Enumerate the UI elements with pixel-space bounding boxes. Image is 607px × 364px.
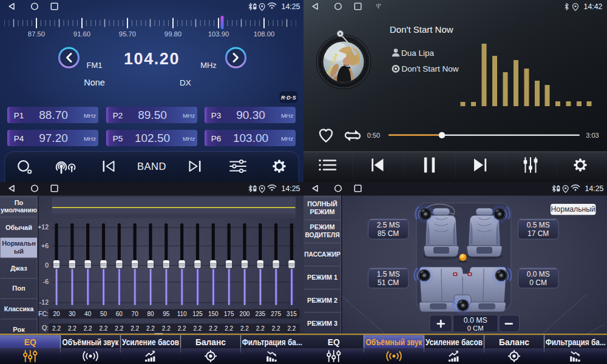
svg-text:FC:: FC:: [38, 310, 49, 317]
svg-text:2.2: 2.2: [256, 325, 265, 332]
svg-text:Классика: Классика: [4, 305, 34, 312]
svg-text:2.2: 2.2: [209, 325, 217, 332]
svg-text:РЕЖИМ 3: РЕЖИМ 3: [307, 320, 337, 327]
svg-text:175: 175: [224, 311, 234, 317]
svg-text:3:03: 3:03: [586, 132, 599, 139]
svg-text:108.00: 108.00: [254, 30, 275, 38]
svg-text:P3: P3: [211, 111, 222, 120]
svg-text:DX: DX: [180, 78, 191, 87]
svg-text:FM1: FM1: [87, 61, 103, 70]
svg-text:2.2: 2.2: [52, 325, 61, 332]
svg-text:Фильтрация ба...: Фильтрация ба...: [546, 338, 606, 347]
svg-text:MHz: MHz: [84, 112, 96, 119]
svg-text:+6: +6: [41, 242, 49, 249]
svg-text:2.2: 2.2: [162, 325, 171, 332]
svg-text:2.2: 2.2: [287, 325, 296, 332]
svg-text:2.2: 2.2: [131, 325, 139, 332]
svg-text:17 CM: 17 CM: [527, 229, 549, 238]
svg-text:95: 95: [163, 311, 170, 317]
svg-text:2.2: 2.2: [146, 325, 155, 332]
svg-text:P6: P6: [211, 134, 222, 143]
svg-text:30: 30: [69, 311, 76, 317]
svg-text:89.50: 89.50: [138, 109, 167, 121]
svg-text:110: 110: [177, 311, 187, 317]
svg-text:20: 20: [53, 311, 60, 317]
svg-text:2.2: 2.2: [178, 325, 186, 332]
svg-text:MHz: MHz: [281, 135, 293, 142]
svg-text:150: 150: [208, 311, 219, 317]
svg-text:103.90: 103.90: [208, 30, 229, 38]
svg-text:2.2: 2.2: [100, 325, 108, 332]
svg-text:Усиление басов: Усиление басов: [426, 338, 483, 347]
svg-text:2.2: 2.2: [272, 325, 280, 332]
svg-text:ВОДИТЕЛЯ: ВОДИТЕЛЯ: [305, 232, 340, 238]
svg-text:51 CM: 51 CM: [378, 278, 399, 287]
svg-text:Нормальн: Нормальн: [2, 240, 36, 247]
svg-text:Обычай: Обычай: [5, 224, 32, 231]
svg-text:MHz: MHz: [183, 112, 195, 119]
svg-text:MHz: MHz: [200, 61, 217, 70]
svg-text:0.0 MS: 0.0 MS: [464, 316, 487, 325]
svg-text:14:25: 14:25: [282, 2, 300, 11]
svg-text:ый: ый: [14, 248, 24, 255]
svg-text:Баланс: Баланс: [195, 338, 226, 347]
svg-text:200: 200: [240, 311, 250, 317]
svg-text:60: 60: [116, 311, 123, 317]
svg-text:Поп: Поп: [12, 285, 25, 292]
svg-text:95.70: 95.70: [119, 30, 136, 38]
svg-text:2.2: 2.2: [84, 325, 92, 332]
svg-text:99.80: 99.80: [164, 30, 181, 38]
svg-text:+12: +12: [38, 223, 49, 231]
svg-text:0.5 MS: 0.5 MS: [527, 221, 550, 229]
svg-text:MHz: MHz: [183, 135, 195, 142]
svg-text:104.20: 104.20: [124, 50, 180, 68]
svg-text:P2: P2: [113, 111, 123, 120]
svg-text:2.2: 2.2: [240, 325, 249, 332]
svg-text:None: None: [84, 78, 105, 87]
svg-text:Фильтрация ба...: Фильтрация ба...: [242, 338, 302, 347]
svg-text:Баланс: Баланс: [499, 338, 529, 347]
svg-text:315: 315: [287, 311, 297, 317]
svg-text:РЕЖИМ: РЕЖИМ: [310, 208, 335, 215]
svg-text:2.2: 2.2: [115, 325, 123, 332]
svg-text:ПОЛНЫЙ: ПОЛНЫЙ: [307, 200, 337, 207]
svg-text:235: 235: [255, 311, 265, 317]
svg-text:88.70: 88.70: [39, 109, 68, 121]
svg-text:275: 275: [271, 311, 281, 317]
svg-text:97.20: 97.20: [39, 132, 68, 144]
svg-text:Объёмный звук: Объёмный звук: [366, 338, 422, 347]
svg-text:102.50: 102.50: [135, 132, 170, 144]
svg-text:0:50: 0:50: [367, 132, 380, 139]
svg-text:Джаз: Джаз: [10, 265, 27, 272]
svg-text:14:25: 14:25: [282, 184, 300, 193]
svg-text:Don't Start Now: Don't Start Now: [390, 24, 453, 35]
svg-text:R·D·S: R·D·S: [281, 95, 296, 101]
svg-text:85 CM: 85 CM: [378, 229, 399, 238]
svg-text:EQ: EQ: [24, 338, 36, 347]
svg-text:103.00: 103.00: [233, 132, 268, 144]
svg-text:P4: P4: [14, 134, 24, 143]
svg-text:-12: -12: [39, 298, 49, 306]
svg-text:ПАССАЖИР: ПАССАЖИР: [304, 251, 341, 258]
svg-text:1.5 MS: 1.5 MS: [377, 270, 400, 278]
svg-text:P1: P1: [14, 111, 24, 120]
svg-text:0 CM: 0 CM: [467, 325, 484, 332]
svg-text:125: 125: [192, 311, 203, 317]
svg-text:40: 40: [84, 311, 92, 317]
svg-text:BAND: BAND: [137, 161, 166, 172]
svg-text:умолчанию: умолчанию: [1, 206, 37, 214]
svg-text:Dua Lipa: Dua Lipa: [401, 49, 435, 58]
svg-text:87.50: 87.50: [28, 30, 45, 38]
svg-text:0: 0: [45, 261, 49, 269]
svg-text:По: По: [15, 199, 24, 206]
svg-text:MHz: MHz: [84, 135, 96, 142]
svg-text:2.2: 2.2: [225, 325, 233, 332]
svg-text:Усиление басов: Усиление басов: [122, 338, 179, 347]
svg-text:0.0 MS: 0.0 MS: [527, 270, 550, 278]
svg-text:Рок: Рок: [13, 326, 25, 333]
svg-text:Нормальный: Нормальный: [551, 205, 595, 214]
svg-text:РЕЖИМ 2: РЕЖИМ 2: [307, 297, 337, 304]
svg-text:P5: P5: [113, 134, 123, 143]
svg-text:Объёмный звук: Объёмный звук: [63, 338, 119, 347]
svg-text:РЕЖИМ: РЕЖИМ: [310, 223, 335, 231]
